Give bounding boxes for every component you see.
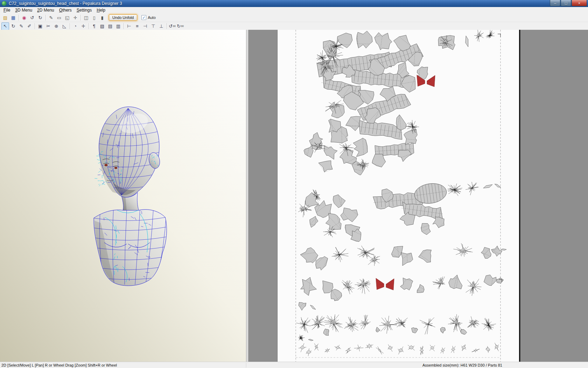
menu-others[interactable]: Others <box>57 7 74 13</box>
toolbar-separator <box>35 23 35 29</box>
edit-edge-tool[interactable]: ✎ <box>18 22 25 30</box>
close-button[interactable]: × <box>572 0 587 6</box>
paint-tool[interactable]: ✐ <box>26 22 33 30</box>
zoom-2d-tool[interactable]: ◔ <box>71 22 79 30</box>
minimize-button[interactable]: – <box>550 0 560 6</box>
pane-splitter[interactable] <box>246 30 248 362</box>
pan-view-button[interactable]: ✛ <box>71 14 79 21</box>
toolbar-2d-icons: ↖↻✎✐▣✂⊕◺◔✛¶▧▤▥⊢≡⊣⊤⊥↺90↻90 <box>1 22 184 30</box>
model-head[interactable] <box>91 107 163 197</box>
texture-display-toggle[interactable]: ▧ <box>98 22 106 30</box>
toolbar-separator <box>70 23 70 29</box>
layout-2d-only-button[interactable]: ▮ <box>98 14 106 21</box>
statusbar-assembled-size: Assembled size(mm): H61 W29 D30 / Parts … <box>422 363 502 367</box>
menu-settings[interactable]: Settings <box>74 7 94 13</box>
rotate-part-tool[interactable]: ↻ <box>9 22 17 30</box>
model-chest[interactable] <box>93 192 167 286</box>
toolbar-2d: ↖↻✎✐▣✂⊕◺◔✛¶▧▤▥⊢≡⊣⊤⊥↺90↻90 <box>0 22 588 30</box>
3d-model-canvas[interactable] <box>0 30 246 362</box>
toolbar-separator <box>19 15 19 21</box>
join-edge-tool[interactable]: ⊕ <box>52 22 60 30</box>
rotate-right-90-button-label: 90 <box>181 25 184 27</box>
box-display-button[interactable]: ▭ <box>55 14 63 21</box>
align-right-button[interactable]: ⊣ <box>141 22 149 30</box>
align-bottom-button[interactable]: ⊥ <box>158 22 165 30</box>
align-top-button[interactable]: ⊤ <box>149 22 157 30</box>
3d-viewport[interactable] <box>0 30 246 362</box>
toolbar-separator <box>167 23 167 29</box>
undo-unfold-button[interactable]: Undo Unfold <box>109 14 137 21</box>
menu-2d-menu[interactable]: 2D Menu <box>35 7 57 13</box>
titlebar: C72_suigintou_suigintou_head_chest - Pep… <box>0 0 588 7</box>
divide-part-tool[interactable]: ✂ <box>44 22 52 30</box>
edit-mode-button[interactable]: ✎ <box>47 14 55 21</box>
print-preview-button[interactable]: ▤ <box>106 22 114 30</box>
rotate-right-90-button[interactable]: ↻90 <box>176 22 184 30</box>
menubar: File 3D Menu 2D Menu Others Settings Hel… <box>0 7 588 13</box>
app-icon <box>2 1 7 6</box>
menu-file[interactable]: File <box>1 7 13 13</box>
page-right-edge <box>519 30 520 362</box>
rotate-view-button[interactable]: ↻ <box>36 14 44 21</box>
statusbar-separator <box>246 363 246 368</box>
window-controls: – □ × <box>550 0 588 6</box>
toolbar-separator <box>80 15 81 21</box>
pan-2d-tool[interactable]: ✛ <box>79 22 87 30</box>
statusbar-hint: 2D [Select/Move] L [Pan] R or Wheel Drag… <box>0 363 117 367</box>
align-center-button[interactable]: ≡ <box>133 22 141 30</box>
layout-both-panes-button[interactable]: ◫ <box>82 14 90 21</box>
2d-pattern-view[interactable] <box>248 30 588 362</box>
main-area <box>0 30 588 362</box>
select-move-tool[interactable]: ↖ <box>1 22 9 30</box>
show-3d-box-button[interactable]: ◱ <box>63 14 71 21</box>
rotate-left-90-button[interactable]: ↺90 <box>168 22 176 30</box>
open-file-button[interactable]: ▨ <box>1 14 9 21</box>
toolbar-main: ▨▦◉↺↻✎▭◱✛◫▯▮ Undo Unfold ✓ Auto <box>0 13 588 22</box>
layout-3d-only-button[interactable]: ▯ <box>90 14 98 21</box>
align-left-button[interactable]: ⊢ <box>125 22 133 30</box>
save-button[interactable]: ▦ <box>9 14 17 21</box>
menu-3d-menu[interactable]: 3D Menu <box>13 7 35 13</box>
rotate-left-90-button-label: 90 <box>173 25 176 27</box>
auto-checkbox-label: Auto <box>148 15 156 20</box>
auto-unfold-option: ✓ Auto <box>141 15 156 20</box>
check-corresponding-face-tool[interactable]: ▣ <box>36 22 44 30</box>
reset-view-button[interactable]: ↺ <box>28 14 36 21</box>
toolbar-separator <box>89 23 89 29</box>
auto-checkbox[interactable]: ✓ <box>141 15 146 20</box>
maximize-button[interactable]: □ <box>561 0 571 6</box>
2d-pattern-canvas[interactable] <box>248 30 588 362</box>
flap-edit-tool[interactable]: ◺ <box>61 22 68 30</box>
texture-view-button[interactable]: ◉ <box>20 14 28 21</box>
menu-help[interactable]: Help <box>94 7 108 13</box>
statusbar: 2D [Select/Move] L [Pan] R or Wheel Drag… <box>0 362 588 368</box>
part-number-toggle[interactable]: ¶ <box>90 22 98 30</box>
toolbar-separator <box>46 15 46 21</box>
page-setup-button[interactable]: ▥ <box>114 22 122 30</box>
window-title: C72_suigintou_suigintou_head_chest - Pep… <box>9 1 122 6</box>
toolbar-main-icons: ▨▦◉↺↻✎▭◱✛◫▯▮ <box>1 14 106 21</box>
toolbar-separator <box>124 23 124 29</box>
